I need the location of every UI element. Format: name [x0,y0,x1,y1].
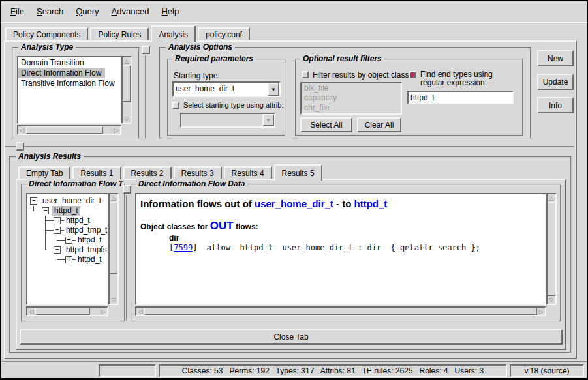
tree-row-user-home-dir-t[interactable]: −user_home_dir_t [27,196,107,206]
scrollbar-thumb[interactable] [144,308,537,315]
update-button[interactable]: Update [537,74,574,90]
object-class-blk-file[interactable]: blk_file [302,83,401,93]
tree-node-label[interactable]: httpd_t [64,216,92,226]
scroll-left-icon[interactable]: ◁ [136,308,144,315]
scroll-right-icon[interactable]: ▷ [112,126,120,134]
tree-node-label[interactable]: httpd_tmp_t [64,226,107,235]
flow-tree[interactable]: −user_home_dir_t−httpd_t−httpd_t−httpd_t… [26,193,108,305]
statusbar-separator [1,361,587,362]
results-tab-results-4[interactable]: Results 4 [224,166,272,179]
info-button[interactable]: Info [537,97,574,113]
results-tab-empty-tab[interactable]: Empty Tab [18,166,70,179]
tree-row-httpd-t[interactable]: +httpd_t [27,255,107,265]
object-class-capability[interactable]: capability [302,93,401,103]
menu-file[interactable]: File [8,5,27,18]
attrib-checkbox[interactable] [172,102,179,109]
analysis-type-direct-information-flow[interactable]: Direct Information Flow [18,68,105,78]
starting-type-label: Starting type: [174,71,220,80]
object-class-listbox[interactable]: blk_filecapabilitychr_file [300,82,402,115]
tree-row-httpd-tmp-t[interactable]: −httpd_tmp_t [27,226,107,235]
analysis-type-transitive-information-flow[interactable]: Transitive Information Flow [18,78,120,89]
tree-row-httpd-t[interactable]: −httpd_t [27,216,107,226]
scrollbar-thumb[interactable] [548,202,555,296]
filter-by-object-class-checkbox[interactable] [302,71,309,78]
tree-collapse-icon[interactable]: − [54,217,61,224]
regex-input[interactable]: httpd_t [407,91,514,104]
pane-sash-handle[interactable] [142,46,150,54]
scroll-left-icon[interactable]: ◁ [27,308,35,315]
tab-analysis[interactable]: Analysis [151,25,196,42]
flow-data-vscrollbar[interactable]: △ ▽ [546,193,557,305]
tree-node-label[interactable]: user_home_dir_t [40,196,103,206]
statusbar-message-field [99,364,156,377]
tree-node-label[interactable]: httpd_t [52,206,80,216]
menu-advanced[interactable]: Advanced [109,5,152,18]
tree-data-sash-line[interactable] [126,195,127,321]
flow-data-textarea[interactable]: Information flows out of user_home_dir_t… [135,193,546,305]
new-button[interactable]: New [537,50,574,66]
scroll-down-icon[interactable]: ▽ [123,115,131,123]
starting-type-value: user_home_dir_t [174,83,268,96]
regex-checkbox-label: Find end types using regular expression: [420,70,517,87]
menu-search[interactable]: Search [34,5,66,18]
scroll-left-icon[interactable]: ◁ [18,126,26,134]
starting-type-combobox[interactable]: user_home_dir_t ▼ [172,81,281,97]
tree-row-httpd-t[interactable]: +httpd_t [27,235,107,245]
tab-policy-components[interactable]: Policy Components [5,27,88,40]
object-class-chr-file[interactable]: chr_file [302,103,401,113]
scroll-right-icon[interactable]: ▷ [99,308,107,315]
analysis-type-vscrollbar[interactable]: △ ▽ [121,56,132,124]
pane-sash-line[interactable] [145,55,146,139]
scroll-up-icon[interactable]: △ [110,194,117,202]
analysis-type-domain-transition[interactable]: Domain Transition [18,57,120,68]
tree-expand-icon[interactable]: + [65,237,72,244]
tree-row-httpd-tmpfs-t[interactable]: −httpd_tmpfs_t [27,245,107,255]
close-tab-button[interactable]: Close Tab [20,329,563,345]
scrollbar-thumb[interactable] [110,202,117,274]
clear-all-button[interactable]: Clear All [357,117,401,132]
scrollbar-thumb[interactable] [26,126,103,134]
regex-checkbox[interactable] [409,71,416,78]
tree-collapse-icon[interactable]: − [54,246,61,254]
analysis-type-hscrollbar[interactable]: ◁ ▷ [17,125,121,135]
rule-number-link[interactable]: 7599 [174,243,193,252]
results-sash-line[interactable] [5,146,574,147]
scroll-down-icon[interactable]: ▽ [110,296,117,304]
tree-collapse-icon[interactable]: − [42,207,49,214]
tree-expand-icon[interactable]: + [65,256,72,263]
results-tab-results-2[interactable]: Results 2 [123,166,172,179]
tab-policy-rules[interactable]: Policy Rules [90,27,149,40]
scrollbar-trough [123,102,131,115]
menu-query[interactable]: Query [73,5,101,18]
flow-tree-hscrollbar[interactable]: ◁ ▷ [26,306,108,316]
menu-help[interactable]: Help [159,5,181,18]
tree-node-label[interactable]: httpd_tmpfs_t [64,245,107,255]
results-tab-results-5[interactable]: Results 5 [274,164,322,181]
tree-connector-line [45,220,54,221]
scroll-down-icon[interactable]: ▽ [548,296,555,304]
tree-data-sash-handle[interactable] [123,185,131,194]
results-tab-results-3[interactable]: Results 3 [174,166,222,179]
scroll-up-icon[interactable]: △ [548,194,555,202]
select-all-button[interactable]: Select All [300,117,352,132]
tree-row-httpd-t[interactable]: −httpd_t [27,206,107,216]
flow-tree-vscrollbar[interactable]: △ ▽ [108,193,119,305]
scroll-up-icon[interactable]: △ [123,57,131,65]
scrollbar-thumb[interactable] [123,65,131,102]
dropdown-arrow-icon[interactable]: ▼ [262,114,274,126]
tree-collapse-icon[interactable]: − [54,227,61,234]
scroll-right-icon[interactable]: ▷ [537,308,545,315]
scrollbar-trough [103,126,112,134]
dropdown-arrow-icon[interactable]: ▼ [268,83,279,96]
scrollbar-thumb[interactable] [35,308,90,315]
attrib-combobox[interactable]: ▼ [180,113,275,128]
analysis-type-listbox[interactable]: Domain TransitionDirect Information Flow… [17,56,121,124]
flow-data-hscrollbar[interactable]: ◁ ▷ [135,306,546,316]
tab-policy-conf[interactable]: policy.conf [198,27,250,40]
results-sash-handle[interactable] [16,142,24,151]
tree-node-label[interactable]: httpd_t [76,255,104,265]
tree-node-label[interactable]: httpd_t [76,235,104,245]
tree-collapse-icon[interactable]: − [30,197,37,205]
results-tab-results-1[interactable]: Results 1 [72,166,121,179]
object-class-name: dir [169,233,544,242]
